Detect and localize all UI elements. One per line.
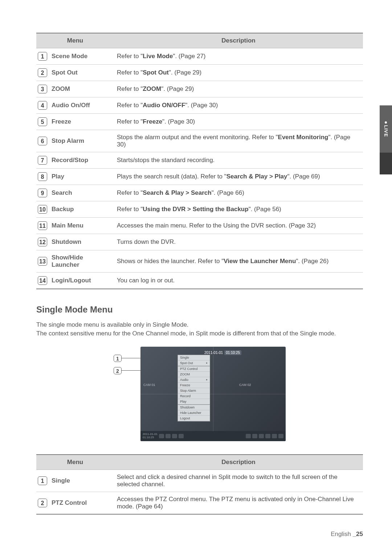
intro-line2: The context sensitive menu for the One C… (36, 330, 336, 337)
menu-desc: Refer to "ZOOM". (Page 29) (114, 81, 363, 97)
ctx-item[interactable]: Audio▸ (178, 377, 210, 383)
bar-icon (265, 434, 270, 438)
menu-name: Login/Logout (49, 273, 114, 289)
callout-line-icon (122, 358, 140, 359)
menu-name: Audio On/Off (49, 97, 114, 114)
row-num: 3 (36, 81, 49, 97)
ctx-item[interactable]: Single (178, 355, 210, 360)
side-tab: LIVE (380, 105, 392, 174)
bar-icon (166, 434, 171, 438)
num-badge: 3 (38, 85, 47, 93)
bullet-icon (385, 121, 387, 124)
table-row: 13Show/Hide LauncherShows or hides the l… (36, 250, 363, 273)
th-menu: Menu (36, 33, 114, 48)
bar-icon (259, 434, 264, 438)
table-row: 11Main MenuAccesses the main menu. Refer… (36, 218, 363, 234)
bar-icon (272, 434, 277, 438)
table-row: 1Scene ModeRefer to "Live Mode". (Page 2… (36, 48, 363, 65)
callout-1: 1 (114, 355, 140, 362)
ctx-item[interactable]: Logout (178, 416, 210, 421)
menu-desc: Refer to "Freeze". (Page 30) (114, 114, 363, 130)
menu-desc: Turns down the DVR. (114, 234, 363, 250)
callout-line-icon (122, 370, 140, 371)
row-num: 13 (36, 250, 49, 273)
num-badge: 10 (38, 205, 47, 214)
table-row: 8PlayPlays the search result (data). Ref… (36, 169, 363, 185)
ctx-item[interactable]: Record (178, 394, 210, 399)
menu-name: Shutdown (49, 234, 114, 250)
intro-line1: The single mode menu is available only i… (36, 321, 189, 328)
num-badge: 2 (38, 68, 47, 77)
bar-ts-time: 01:10:25 (143, 436, 154, 439)
table-row: 12ShutdownTurns down the DVR. (36, 234, 363, 250)
num-badge: 1 (38, 52, 47, 61)
row-num: 1 (36, 470, 49, 492)
side-tab-dark (380, 153, 392, 174)
ctx-label: PTZ Control (180, 367, 198, 371)
menu-name: Freeze (49, 114, 114, 130)
num-badge: 4 (38, 101, 47, 110)
th-desc: Description (114, 33, 363, 48)
ctx-item[interactable]: ZOOM (178, 372, 210, 377)
row-num: 12 (36, 234, 49, 250)
menu-desc: Shows or hides the launcher. Refer to "V… (114, 250, 363, 273)
bar-ts-date: 2011-01-01 (143, 432, 158, 436)
callout-2: 2 (114, 367, 140, 374)
menu-desc: Plays the search result (data). Refer to… (114, 169, 363, 185)
footer-page: _25 (353, 531, 363, 537)
num-badge: 8 (38, 172, 47, 181)
ctx-label: Audio (180, 378, 188, 382)
ctx-item[interactable]: Spot Out▸ (178, 360, 210, 366)
screenshot-figure: 1 2 2011-01-01 01:10:25 CAM 01 CAM 02 CA… (36, 347, 363, 441)
bar-icon (172, 434, 177, 438)
num-badge: 11 (38, 221, 47, 230)
ctx-label: Stop Alarm (180, 389, 196, 392)
side-tab-label: LIVE (383, 121, 389, 137)
num-badge: 13 (38, 257, 47, 266)
menu-table: Menu Description 1Scene ModeRefer to "Li… (36, 33, 363, 289)
bar-icon (252, 434, 257, 438)
num-badge: 14 (38, 276, 47, 285)
grid-line-icon (213, 347, 213, 431)
menu-name: Record/Stop (49, 152, 114, 169)
callout-badge-1: 1 (114, 355, 122, 362)
bar-icon (179, 434, 184, 438)
row-num: 4 (36, 97, 49, 114)
bar-icon (278, 434, 283, 438)
menu-name: Play (49, 169, 114, 185)
ctx-item[interactable]: Shutdown (178, 404, 210, 410)
table-row: 14Login/LogoutYou can log in or out. (36, 273, 363, 289)
menu-desc: Refer to "Search & Play > Search". (Page… (114, 185, 363, 201)
ctx-item[interactable]: Stop Alarm (178, 388, 210, 394)
num-badge: 1 (38, 476, 47, 485)
section-title: Single Mode Menu (36, 305, 363, 315)
num-badge: 9 (38, 189, 47, 197)
menu-desc: Refer to "Using the DVR > Setting the Ba… (114, 201, 363, 218)
ctx-item[interactable]: Hide Launcher (178, 410, 210, 416)
ts-date: 2011-01-01 (204, 351, 223, 355)
table-row: 10BackupRefer to "Using the DVR > Settin… (36, 201, 363, 218)
menu-name: Single (49, 470, 114, 492)
context-menu: SingleSpot Out▸PTZ ControlZOOMAudio▸Free… (177, 355, 210, 422)
num-badge: 2 (38, 499, 47, 507)
table-row: 2Spot OutRefer to "Spot Out". (Page 29) (36, 65, 363, 81)
bar-icon (246, 434, 251, 438)
footer: English _25 (331, 531, 363, 538)
ctx-item[interactable]: PTZ Control (178, 366, 210, 372)
menu-name: Spot Out (49, 65, 114, 81)
grid-line-icon (140, 394, 286, 394)
ctx-item[interactable]: Play (178, 399, 210, 404)
ctx-item[interactable]: Freeze (178, 383, 210, 388)
chevron-right-icon: ▸ (206, 361, 208, 364)
menu-desc: Refer to "Spot Out". (Page 29) (114, 65, 363, 81)
ctx-label: Freeze (180, 383, 190, 387)
menu-name: Stop Alarm (49, 130, 114, 152)
th-desc: Description (114, 455, 363, 470)
ctx-label: Record (180, 394, 191, 398)
menu-desc: Refer to "Audio ON/OFF". (Page 30) (114, 97, 363, 114)
menu-desc: Accesses the PTZ Control menu. The PTZ m… (114, 492, 363, 514)
num-badge: 6 (38, 137, 47, 145)
table-row: 3ZOOMRefer to "ZOOM". (Page 29) (36, 81, 363, 97)
chevron-right-icon: ▸ (206, 378, 208, 381)
ctx-label: Hide Launcher (180, 411, 201, 415)
